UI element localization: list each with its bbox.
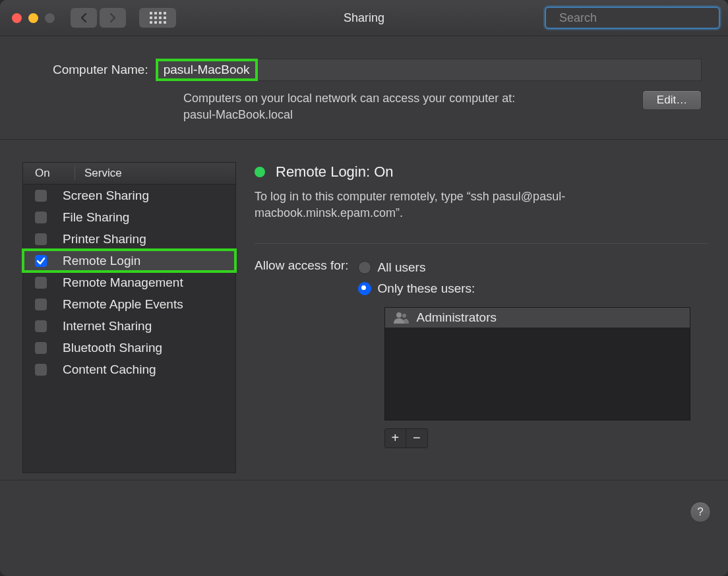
col-service[interactable]: Service <box>75 167 122 180</box>
service-label: Bluetooth Sharing <box>63 341 162 355</box>
service-row-remote-apple-events[interactable]: Remote Apple Events <box>23 293 235 315</box>
service-row-bluetooth-sharing[interactable]: Bluetooth Sharing <box>23 337 235 359</box>
radio-label: All users <box>378 260 426 275</box>
minimize-window-button[interactable] <box>28 13 38 23</box>
access-only-users-option[interactable]: Only these users: <box>358 278 690 299</box>
service-label: Remote Login <box>63 254 140 268</box>
service-row-remote-management[interactable]: Remote Management <box>23 272 235 293</box>
allowed-users-list[interactable]: Administrators <box>384 307 690 420</box>
status-indicator-icon <box>255 167 265 177</box>
close-window-button[interactable] <box>12 13 22 23</box>
add-user-button[interactable]: + <box>385 429 407 447</box>
checkbox[interactable] <box>35 277 47 289</box>
computer-name-value: pasul-MacBook <box>156 59 258 81</box>
service-label: Remote Management <box>63 275 183 290</box>
search-input[interactable] <box>558 11 713 26</box>
forward-button[interactable] <box>100 8 126 28</box>
search-field[interactable] <box>545 7 720 29</box>
grid-icon <box>150 12 166 24</box>
remove-user-button[interactable]: − <box>406 429 427 447</box>
computer-name-label: Computer Name: <box>53 63 148 77</box>
titlebar: Sharing <box>0 0 728 36</box>
divider <box>255 243 708 244</box>
people-icon <box>393 312 409 324</box>
add-remove-users: + − <box>384 428 428 448</box>
back-button[interactable] <box>71 8 97 28</box>
zoom-window-button[interactable] <box>45 13 55 23</box>
service-row-screen-sharing[interactable]: Screen Sharing <box>23 185 235 206</box>
services-table: On Service Screen Sharing File Sharing P… <box>22 162 236 473</box>
services-header: On Service <box>23 163 235 185</box>
checkbox[interactable] <box>35 212 47 223</box>
service-label: Printer Sharing <box>63 232 146 246</box>
window-controls <box>12 13 55 23</box>
access-label: Allow access for: <box>255 257 349 273</box>
status-title: Remote Login: On <box>276 163 394 181</box>
radio-button[interactable] <box>358 261 371 274</box>
show-all-prefs-button[interactable] <box>139 8 176 28</box>
edit-hostname-button[interactable]: Edit… <box>642 90 702 110</box>
checkbox[interactable] <box>35 364 47 376</box>
service-row-remote-login[interactable]: Remote Login <box>23 250 235 272</box>
svg-point-2 <box>396 312 402 318</box>
service-row-printer-sharing[interactable]: Printer Sharing <box>23 228 235 250</box>
service-detail-pane: Remote Login: On To log in to this compu… <box>255 162 708 473</box>
computer-name-hint: Computers on your local network can acce… <box>183 90 629 123</box>
service-label: Screen Sharing <box>63 188 149 203</box>
checkbox[interactable] <box>35 299 47 310</box>
service-label: Internet Sharing <box>63 319 152 333</box>
service-row-file-sharing[interactable]: File Sharing <box>23 206 235 228</box>
service-label: Remote Apple Events <box>63 297 183 312</box>
list-item[interactable]: Administrators <box>385 308 690 328</box>
checkbox[interactable] <box>35 342 47 354</box>
service-row-internet-sharing[interactable]: Internet Sharing <box>23 315 235 337</box>
bottom-bar: ? <box>0 480 728 540</box>
computer-name-section: Computer Name: pasul-MacBook Computers o… <box>0 36 728 140</box>
checkbox[interactable] <box>35 233 47 245</box>
service-row-content-caching[interactable]: Content Caching <box>23 359 235 380</box>
computer-name-field[interactable]: pasul-MacBook <box>155 59 702 81</box>
access-all-users-option[interactable]: All users <box>358 257 690 278</box>
status-description: To log in to this computer remotely, typ… <box>255 188 708 221</box>
service-label: Content Caching <box>63 362 156 377</box>
help-button[interactable]: ? <box>690 502 711 523</box>
checkbox[interactable] <box>35 320 47 332</box>
radio-label: Only these users: <box>378 281 475 296</box>
svg-point-3 <box>402 314 406 318</box>
radio-button[interactable] <box>358 282 371 295</box>
checkbox[interactable] <box>35 190 47 202</box>
col-on[interactable]: On <box>23 167 75 180</box>
user-name: Administrators <box>417 310 497 325</box>
service-label: File Sharing <box>63 210 129 225</box>
checkbox[interactable] <box>35 255 47 267</box>
